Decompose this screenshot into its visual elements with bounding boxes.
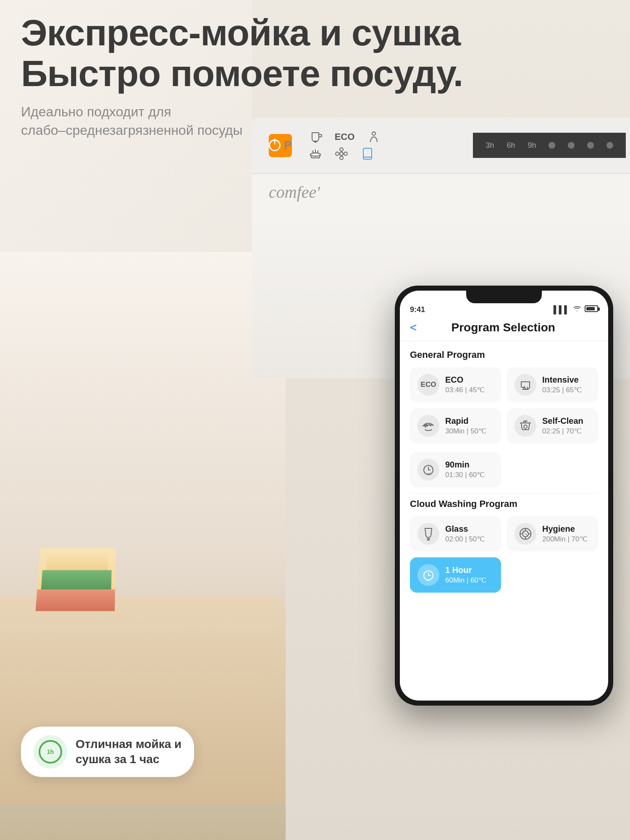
90min-name: 90min xyxy=(445,460,494,470)
status-time: 9:41 xyxy=(410,305,425,314)
flower-icon xyxy=(335,147,348,160)
back-button[interactable]: < xyxy=(410,321,417,334)
power-icon xyxy=(269,139,281,151)
glass-info: Glass 02:00 | 50℃ xyxy=(445,524,494,543)
phone-screen: 9:41 ▌▌▌ < Program Selection General Pro… xyxy=(400,291,608,701)
timer-icon: 1h xyxy=(39,740,62,764)
rapid-detail: 30Min | 50℃ xyxy=(445,427,494,436)
eco-info: ECO 03:46 | 45℃ xyxy=(445,375,494,394)
hygiene-info: Hygiene 200Min | 70℃ xyxy=(542,524,591,543)
rapid-icon xyxy=(417,415,439,437)
cloud-section-title: Cloud Washing Program xyxy=(410,499,598,509)
program-selfclean[interactable]: Self-Clean 02:25 | 70℃ xyxy=(507,408,598,444)
svg-point-11 xyxy=(344,152,347,155)
selfclean-name: Self-Clean xyxy=(542,416,591,426)
ctrl-row-bottom xyxy=(309,147,381,160)
eco-icon: ECO xyxy=(417,374,439,396)
app-screen-title: Program Selection xyxy=(425,321,581,334)
program-1hour[interactable]: 1h 1 Hour 60Min | 60℃ xyxy=(410,557,501,593)
intensive-info: Intensive 03:25 | 65℃ xyxy=(542,375,591,394)
intensive-name: Intensive xyxy=(542,375,591,385)
clock-90-icon: 90' xyxy=(417,459,439,480)
intensive-detail: 03:25 | 65℃ xyxy=(542,386,591,394)
selfclean-detail: 02:25 | 70℃ xyxy=(542,427,591,436)
rapid-info: Rapid 30Min | 50℃ xyxy=(445,416,494,436)
cloud-programs-grid: Glass 02:00 | 50℃ xyxy=(410,516,598,593)
timer-label: 1h xyxy=(47,748,54,755)
intensive-icon xyxy=(514,374,536,396)
phone-notch xyxy=(466,291,542,303)
hero-text-block: Экспресс-мойка и сушка Быстро помоете по… xyxy=(21,13,463,140)
svg-text:90': 90' xyxy=(427,472,431,475)
general-section-title: General Program xyxy=(410,349,598,360)
onehour-info: 1 Hour 60Min | 60℃ xyxy=(445,565,494,585)
program-eco[interactable]: ECO ECO 03:46 | 45℃ xyxy=(410,367,501,402)
feature-badge: 1h Отличная мойка и сушка за 1 час xyxy=(21,727,194,777)
cake-layer-top xyxy=(46,551,108,570)
cake-layer-middle xyxy=(41,570,112,589)
status-icons: ▌▌▌ xyxy=(554,305,598,314)
svg-point-8 xyxy=(340,148,343,151)
dark-dot-2 xyxy=(568,142,575,149)
svg-point-3 xyxy=(310,153,320,156)
svg-point-7 xyxy=(340,152,343,155)
cake-layer-bottom xyxy=(36,589,115,611)
hygiene-detail: 200Min | 70℃ xyxy=(542,535,591,543)
tablet-icon xyxy=(361,147,374,160)
onehour-name: 1 Hour xyxy=(445,565,494,575)
wifi-icon xyxy=(573,305,581,314)
main-title: Экспресс-мойка и сушка Быстро помоете по… xyxy=(21,13,463,94)
dark-panel: 3h 6h 9h xyxy=(473,133,626,158)
signal-icon: ▌▌▌ xyxy=(554,305,570,314)
svg-point-9 xyxy=(340,156,343,160)
p-label: P xyxy=(284,139,292,152)
program-90min[interactable]: 90' 90min 01:30 | 60℃ xyxy=(410,452,501,487)
90min-info: 90min 01:30 | 60℃ xyxy=(445,460,494,479)
eco-name: ECO xyxy=(445,375,494,385)
dishes-icon xyxy=(309,147,322,160)
svg-text:1h: 1h xyxy=(426,579,430,582)
badge-icon-container: 1h xyxy=(34,735,67,769)
svg-point-10 xyxy=(336,152,339,155)
glass-detail: 02:00 | 50℃ xyxy=(445,535,494,543)
rapid-name: Rapid xyxy=(445,416,494,426)
brand-logo: comfee' xyxy=(252,174,630,210)
selfclean-icon xyxy=(514,415,536,437)
onehour-detail: 60Min | 60℃ xyxy=(445,576,494,585)
time-label-3h: 3h xyxy=(486,141,494,150)
hygiene-icon xyxy=(514,523,536,545)
single-program-row: 90' 90min 01:30 | 60℃ xyxy=(410,452,598,487)
dark-dot-4 xyxy=(606,142,613,149)
hygiene-name: Hygiene xyxy=(542,524,591,534)
dark-dot-3 xyxy=(587,142,594,149)
dark-dot-1 xyxy=(549,142,555,149)
badge-text: Отличная мойка и сушка за 1 час xyxy=(76,737,181,767)
hero-subtitle: Идеально подходит для слабо–среднезагряз… xyxy=(21,102,463,140)
program-intensive[interactable]: Intensive 03:25 | 65℃ xyxy=(507,367,598,402)
smartphone: 9:41 ▌▌▌ < Program Selection General Pro… xyxy=(395,286,613,706)
onehour-icon: 1h xyxy=(417,564,439,586)
time-label-9h: 9h xyxy=(528,141,536,150)
svg-rect-12 xyxy=(363,148,372,159)
90min-detail: 01:30 | 60℃ xyxy=(445,470,494,479)
svg-point-17 xyxy=(524,425,527,428)
section-divider xyxy=(410,493,598,494)
time-label-6h: 6h xyxy=(507,141,515,150)
glass-name: Glass xyxy=(445,524,494,534)
selfclean-info: Self-Clean 02:25 | 70℃ xyxy=(542,416,591,436)
program-glass[interactable]: Glass 02:00 | 50℃ xyxy=(410,516,501,551)
app-content: General Program ECO ECO 03:46 | 45℃ xyxy=(400,341,608,609)
glass-icon xyxy=(417,523,439,545)
eco-detail: 03:46 | 45℃ xyxy=(445,386,494,394)
cake xyxy=(36,548,116,611)
programs-grid: ECO ECO 03:46 | 45℃ xyxy=(410,367,598,444)
program-hygiene[interactable]: Hygiene 200Min | 70℃ xyxy=(507,516,598,551)
app-header: < Program Selection xyxy=(400,318,608,341)
program-rapid[interactable]: Rapid 30Min | 50℃ xyxy=(410,408,501,444)
battery-display xyxy=(585,305,598,314)
